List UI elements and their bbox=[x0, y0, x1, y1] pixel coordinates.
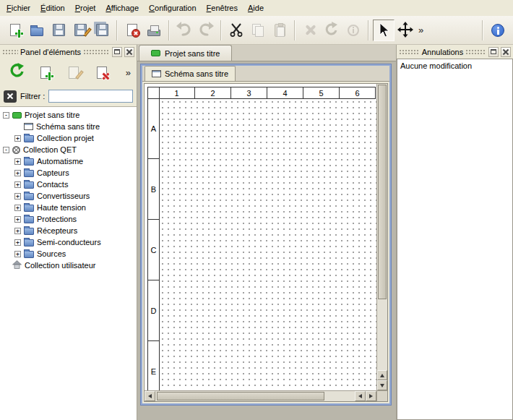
tab-schema-sans-titre[interactable]: Schéma sans titre bbox=[145, 66, 236, 81]
panel-overflow-button[interactable]: » bbox=[124, 67, 133, 78]
menu-fichier[interactable]: Fichier bbox=[1, 0, 35, 16]
save-all-button[interactable] bbox=[91, 20, 113, 41]
close-dock-button[interactable] bbox=[124, 47, 134, 57]
open-folder-icon bbox=[30, 27, 43, 36]
row-header-cell: E bbox=[147, 341, 160, 390]
menu-fenetres[interactable]: Fenêtres bbox=[202, 0, 243, 16]
column-header-cell: 4 bbox=[267, 87, 303, 99]
tree-item-automatisme[interactable]: +Automatisme bbox=[0, 155, 137, 167]
tree-item-recepteurs[interactable]: +Récepteurs bbox=[0, 225, 137, 236]
tree-item-collection-projet[interactable]: +Collection projet bbox=[0, 132, 137, 144]
schema-icon bbox=[24, 123, 33, 130]
close-file-button[interactable] bbox=[121, 20, 143, 41]
expander-icon[interactable]: + bbox=[14, 228, 21, 234]
tree-item-capteurs[interactable]: +Capteurs bbox=[0, 167, 137, 179]
diagram-canvas[interactable]: 1 2 3 4 5 6 A B C D E bbox=[145, 84, 376, 390]
dock-drag-handle[interactable] bbox=[399, 49, 420, 55]
elements-panel-titlebar[interactable]: Panel d'éléments bbox=[0, 45, 137, 59]
menu-edition[interactable]: Édition bbox=[35, 0, 70, 16]
h-scroll-thumb[interactable] bbox=[157, 392, 324, 400]
tree-item-convertisseurs[interactable]: +Convertisseurs bbox=[0, 190, 137, 202]
tree-item-collection-qet[interactable]: -Collection QET bbox=[0, 144, 137, 155]
save-as-button[interactable] bbox=[69, 20, 91, 41]
main-toolbar: » bbox=[0, 16, 513, 45]
filter-input[interactable] bbox=[48, 90, 133, 103]
new-project-button[interactable] bbox=[4, 20, 26, 41]
redo-button[interactable] bbox=[195, 20, 217, 41]
clear-filter-button[interactable] bbox=[4, 90, 17, 103]
tab-projet-sans-titre[interactable]: Projet sans titre bbox=[139, 45, 232, 61]
scroll-right-button[interactable] bbox=[366, 391, 376, 401]
horizontal-scrollbar[interactable] bbox=[145, 390, 376, 401]
tree-item-projet-sans-titre[interactable]: -Projet sans titre bbox=[0, 109, 137, 121]
scroll-down-button[interactable] bbox=[377, 380, 387, 390]
mdi-area: Projet sans titre Schéma sans titre 1 2 … bbox=[137, 45, 396, 420]
new-document-icon bbox=[10, 24, 20, 36]
menu-configuration[interactable]: Configuration bbox=[144, 0, 201, 16]
tree-item-contacts[interactable]: +Contacts bbox=[0, 179, 137, 190]
tree-item-sources[interactable]: +Sources bbox=[0, 248, 137, 260]
scroll-left-button-2[interactable] bbox=[355, 391, 366, 401]
scroll-left-button[interactable] bbox=[145, 391, 155, 401]
expander-icon[interactable]: - bbox=[3, 112, 9, 119]
v-scroll-thumb[interactable] bbox=[378, 85, 387, 299]
print-button[interactable] bbox=[143, 20, 165, 41]
close-dock-button[interactable] bbox=[501, 47, 511, 57]
paste-button[interactable] bbox=[269, 20, 290, 41]
expander-icon[interactable]: + bbox=[14, 239, 21, 246]
rotate-button[interactable] bbox=[321, 20, 342, 41]
expander-icon[interactable]: + bbox=[14, 251, 21, 257]
menu-projet[interactable]: Projet bbox=[70, 0, 101, 16]
expander-icon[interactable]: + bbox=[14, 170, 21, 176]
about-help-button[interactable] bbox=[487, 20, 509, 41]
menu-affichage[interactable]: Affichage bbox=[100, 0, 144, 16]
tree-item-collection-utilisateur[interactable]: Collection utilisateur bbox=[0, 260, 137, 271]
expander-icon[interactable]: + bbox=[14, 135, 21, 142]
expander-icon[interactable]: + bbox=[14, 205, 21, 211]
save-button[interactable] bbox=[48, 20, 69, 41]
delete-element-button[interactable] bbox=[91, 61, 113, 83]
vertical-scrollbar[interactable] bbox=[376, 84, 387, 390]
new-element-icon bbox=[40, 67, 51, 79]
tree-item-semi-conducteurs[interactable]: +Semi-conducteurs bbox=[0, 236, 137, 248]
tree-item-schema-sans-titre[interactable]: Schéma sans titre bbox=[0, 121, 137, 132]
undo-history-list[interactable]: Aucune modification bbox=[397, 59, 513, 420]
float-icon bbox=[491, 49, 496, 54]
expander-icon[interactable]: + bbox=[14, 193, 21, 200]
tree-item-haute-tension[interactable]: +Haute tension bbox=[0, 202, 137, 213]
float-dock-button[interactable] bbox=[488, 47, 499, 57]
undo-dock-titlebar[interactable]: Annulations bbox=[397, 45, 513, 59]
cut-button[interactable] bbox=[225, 20, 247, 41]
close-badge-icon bbox=[132, 29, 140, 38]
undo-empty-message: Aucune modification bbox=[400, 61, 509, 70]
copy-button[interactable] bbox=[247, 20, 269, 41]
selection-mode-button[interactable] bbox=[373, 20, 395, 41]
expander-icon[interactable]: + bbox=[14, 181, 21, 188]
dock-drag-handle[interactable] bbox=[2, 49, 18, 55]
dock-drag-handle[interactable] bbox=[83, 49, 110, 55]
expander-icon[interactable]: - bbox=[3, 147, 9, 153]
toolbar-overflow-button[interactable]: » bbox=[416, 25, 426, 35]
scroll-up-button[interactable] bbox=[377, 370, 387, 380]
tree-item-label: Collection utilisateur bbox=[25, 261, 95, 270]
menu-aide[interactable]: Aide bbox=[243, 0, 269, 16]
reload-collections-button[interactable] bbox=[7, 61, 28, 83]
element-info-button[interactable] bbox=[342, 20, 364, 41]
expander-icon[interactable]: + bbox=[14, 158, 21, 165]
pan-mode-button[interactable] bbox=[395, 20, 416, 41]
tree-item-label: Automatisme bbox=[37, 157, 83, 166]
undo-button[interactable] bbox=[173, 20, 195, 41]
expander-icon[interactable]: + bbox=[14, 216, 21, 223]
delete-button[interactable] bbox=[299, 20, 321, 41]
dock-drag-handle[interactable] bbox=[465, 49, 486, 55]
new-element-button[interactable] bbox=[35, 61, 56, 83]
open-project-button[interactable] bbox=[26, 20, 48, 41]
edit-element-button[interactable] bbox=[63, 61, 85, 83]
titleblock-corner-cell bbox=[147, 87, 160, 99]
plus-badge-icon bbox=[15, 30, 23, 38]
h-scroll-track[interactable] bbox=[155, 391, 355, 401]
elements-panel-title: Panel d'éléments bbox=[20, 48, 81, 56]
float-dock-button[interactable] bbox=[112, 47, 122, 57]
edit-element-icon bbox=[69, 67, 79, 79]
tree-item-protections[interactable]: +Protections bbox=[0, 213, 137, 225]
